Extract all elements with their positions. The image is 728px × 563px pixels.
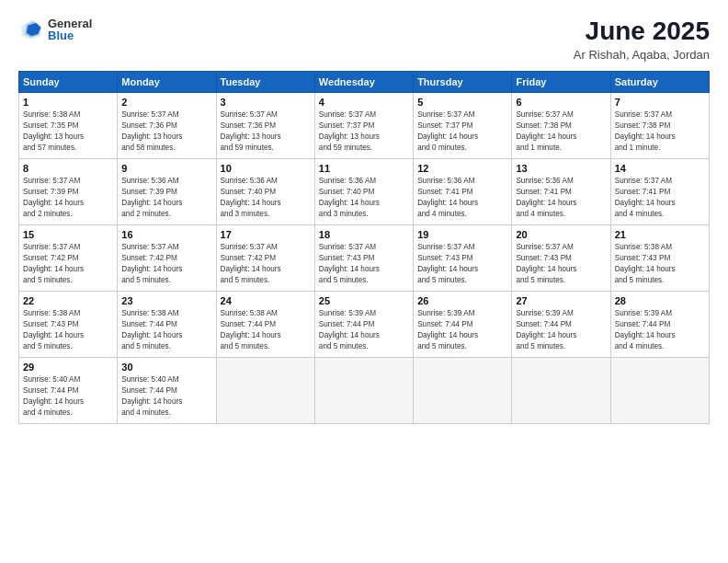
- calendar-cell: 18Sunrise: 5:37 AM Sunset: 7:43 PM Dayli…: [314, 225, 413, 292]
- day-info: Sunrise: 5:38 AM Sunset: 7:44 PM Dayligh…: [221, 308, 311, 352]
- calendar-cell: 20Sunrise: 5:37 AM Sunset: 7:43 PM Dayli…: [512, 225, 610, 292]
- day-number: 7: [615, 97, 705, 108]
- calendar-cell: 19Sunrise: 5:37 AM Sunset: 7:43 PM Dayli…: [414, 225, 512, 292]
- day-info: Sunrise: 5:37 AM Sunset: 7:42 PM Dayligh…: [121, 242, 211, 286]
- day-number: 16: [121, 229, 211, 240]
- calendar-cell: 8Sunrise: 5:37 AM Sunset: 7:39 PM Daylig…: [19, 159, 118, 225]
- day-info: Sunrise: 5:38 AM Sunset: 7:43 PM Dayligh…: [615, 242, 705, 286]
- day-number: 24: [221, 295, 311, 306]
- calendar-week-5: 29Sunrise: 5:40 AM Sunset: 7:44 PM Dayli…: [19, 358, 710, 424]
- calendar-cell: 29Sunrise: 5:40 AM Sunset: 7:44 PM Dayli…: [19, 358, 118, 424]
- day-info: Sunrise: 5:39 AM Sunset: 7:44 PM Dayligh…: [319, 308, 409, 352]
- day-info: Sunrise: 5:37 AM Sunset: 7:36 PM Dayligh…: [221, 109, 311, 154]
- day-info: Sunrise: 5:37 AM Sunset: 7:43 PM Dayligh…: [417, 242, 507, 286]
- day-number: 18: [319, 229, 409, 240]
- day-info: Sunrise: 5:40 AM Sunset: 7:44 PM Dayligh…: [23, 374, 113, 419]
- day-number: 30: [121, 362, 211, 373]
- header: General Blue June 2025 Ar Rishah, Aqaba,…: [18, 17, 710, 62]
- day-number: 21: [615, 229, 705, 240]
- calendar-week-4: 22Sunrise: 5:38 AM Sunset: 7:43 PM Dayli…: [19, 292, 710, 358]
- day-number: 19: [417, 229, 507, 240]
- page: General Blue June 2025 Ar Rishah, Aqaba,…: [0, 0, 728, 563]
- calendar-cell: 26Sunrise: 5:39 AM Sunset: 7:44 PM Dayli…: [414, 292, 512, 358]
- day-number: 13: [516, 163, 606, 174]
- day-header-saturday: Saturday: [610, 72, 709, 93]
- calendar-week-2: 8Sunrise: 5:37 AM Sunset: 7:39 PM Daylig…: [19, 159, 710, 225]
- logo: General Blue: [18, 17, 92, 42]
- calendar-cell: 1Sunrise: 5:38 AM Sunset: 7:35 PM Daylig…: [19, 93, 118, 159]
- calendar-cell: 30Sunrise: 5:40 AM Sunset: 7:44 PM Dayli…: [118, 358, 216, 424]
- day-header-tuesday: Tuesday: [216, 72, 314, 93]
- calendar-cell: 15Sunrise: 5:37 AM Sunset: 7:42 PM Dayli…: [19, 225, 118, 292]
- calendar-cell: 4Sunrise: 5:37 AM Sunset: 7:37 PM Daylig…: [314, 93, 413, 159]
- day-number: 29: [23, 362, 113, 373]
- day-info: Sunrise: 5:38 AM Sunset: 7:35 PM Dayligh…: [23, 109, 113, 154]
- day-info: Sunrise: 5:36 AM Sunset: 7:40 PM Dayligh…: [221, 176, 311, 220]
- day-info: Sunrise: 5:39 AM Sunset: 7:44 PM Dayligh…: [417, 308, 507, 352]
- day-info: Sunrise: 5:37 AM Sunset: 7:42 PM Dayligh…: [221, 242, 311, 286]
- day-number: 4: [319, 97, 409, 108]
- calendar-cell: [414, 358, 512, 424]
- day-number: 12: [417, 163, 507, 174]
- calendar-cell: 28Sunrise: 5:39 AM Sunset: 7:44 PM Dayli…: [610, 292, 709, 358]
- calendar-cell: 21Sunrise: 5:38 AM Sunset: 7:43 PM Dayli…: [610, 225, 709, 292]
- calendar-week-3: 15Sunrise: 5:37 AM Sunset: 7:42 PM Dayli…: [19, 225, 710, 292]
- calendar-cell: 25Sunrise: 5:39 AM Sunset: 7:44 PM Dayli…: [314, 292, 413, 358]
- day-info: Sunrise: 5:37 AM Sunset: 7:37 PM Dayligh…: [417, 109, 507, 154]
- day-number: 11: [319, 163, 409, 174]
- day-number: 27: [516, 295, 606, 306]
- day-number: 15: [23, 229, 113, 240]
- calendar-cell: 2Sunrise: 5:37 AM Sunset: 7:36 PM Daylig…: [118, 93, 216, 159]
- day-number: 8: [23, 163, 113, 174]
- day-header-wednesday: Wednesday: [314, 72, 413, 93]
- calendar-week-1: 1Sunrise: 5:38 AM Sunset: 7:35 PM Daylig…: [19, 93, 710, 159]
- day-number: 14: [615, 163, 705, 174]
- day-number: 10: [221, 163, 311, 174]
- calendar-cell: [314, 358, 413, 424]
- day-number: 2: [121, 97, 211, 108]
- day-info: Sunrise: 5:36 AM Sunset: 7:41 PM Dayligh…: [516, 176, 606, 220]
- day-number: 25: [319, 295, 409, 306]
- day-info: Sunrise: 5:38 AM Sunset: 7:44 PM Dayligh…: [121, 308, 211, 352]
- calendar-cell: 6Sunrise: 5:37 AM Sunset: 7:38 PM Daylig…: [512, 93, 610, 159]
- day-header-thursday: Thursday: [414, 72, 512, 93]
- calendar-cell: 10Sunrise: 5:36 AM Sunset: 7:40 PM Dayli…: [216, 159, 314, 225]
- day-info: Sunrise: 5:37 AM Sunset: 7:38 PM Dayligh…: [516, 109, 606, 154]
- day-info: Sunrise: 5:37 AM Sunset: 7:41 PM Dayligh…: [615, 176, 705, 220]
- calendar-cell: 13Sunrise: 5:36 AM Sunset: 7:41 PM Dayli…: [512, 159, 610, 225]
- calendar-cell: 27Sunrise: 5:39 AM Sunset: 7:44 PM Dayli…: [512, 292, 610, 358]
- day-info: Sunrise: 5:39 AM Sunset: 7:44 PM Dayligh…: [615, 308, 705, 352]
- day-number: 28: [615, 295, 705, 306]
- calendar-cell: 12Sunrise: 5:36 AM Sunset: 7:41 PM Dayli…: [414, 159, 512, 225]
- day-number: 6: [516, 97, 606, 108]
- calendar-cell: 11Sunrise: 5:36 AM Sunset: 7:40 PM Dayli…: [314, 159, 413, 225]
- day-info: Sunrise: 5:36 AM Sunset: 7:40 PM Dayligh…: [319, 176, 409, 220]
- logo-text: General Blue: [48, 17, 92, 41]
- month-title: June 2025: [574, 17, 710, 46]
- day-header-sunday: Sunday: [19, 72, 118, 93]
- calendar-cell: 17Sunrise: 5:37 AM Sunset: 7:42 PM Dayli…: [216, 225, 314, 292]
- day-info: Sunrise: 5:37 AM Sunset: 7:43 PM Dayligh…: [319, 242, 409, 286]
- title-block: June 2025 Ar Rishah, Aqaba, Jordan: [574, 17, 710, 62]
- day-number: 20: [516, 229, 606, 240]
- calendar-cell: [512, 358, 610, 424]
- calendar-cell: 9Sunrise: 5:36 AM Sunset: 7:39 PM Daylig…: [118, 159, 216, 225]
- calendar-cell: 3Sunrise: 5:37 AM Sunset: 7:36 PM Daylig…: [216, 93, 314, 159]
- day-info: Sunrise: 5:37 AM Sunset: 7:42 PM Dayligh…: [23, 242, 113, 286]
- day-info: Sunrise: 5:37 AM Sunset: 7:38 PM Dayligh…: [615, 109, 705, 154]
- calendar-cell: 14Sunrise: 5:37 AM Sunset: 7:41 PM Dayli…: [610, 159, 709, 225]
- day-info: Sunrise: 5:39 AM Sunset: 7:44 PM Dayligh…: [516, 308, 606, 352]
- day-info: Sunrise: 5:37 AM Sunset: 7:43 PM Dayligh…: [516, 242, 606, 286]
- logo-blue: Blue: [48, 29, 92, 41]
- calendar-header-row: SundayMondayTuesdayWednesdayThursdayFrid…: [19, 72, 710, 93]
- day-info: Sunrise: 5:40 AM Sunset: 7:44 PM Dayligh…: [121, 374, 211, 419]
- day-number: 17: [221, 229, 311, 240]
- calendar: SundayMondayTuesdayWednesdayThursdayFrid…: [18, 71, 710, 424]
- day-info: Sunrise: 5:37 AM Sunset: 7:39 PM Dayligh…: [23, 176, 113, 220]
- day-number: 22: [23, 295, 113, 306]
- day-number: 5: [417, 97, 507, 108]
- location: Ar Rishah, Aqaba, Jordan: [574, 48, 710, 62]
- logo-icon: [18, 17, 44, 42]
- day-number: 26: [417, 295, 507, 306]
- calendar-cell: 16Sunrise: 5:37 AM Sunset: 7:42 PM Dayli…: [118, 225, 216, 292]
